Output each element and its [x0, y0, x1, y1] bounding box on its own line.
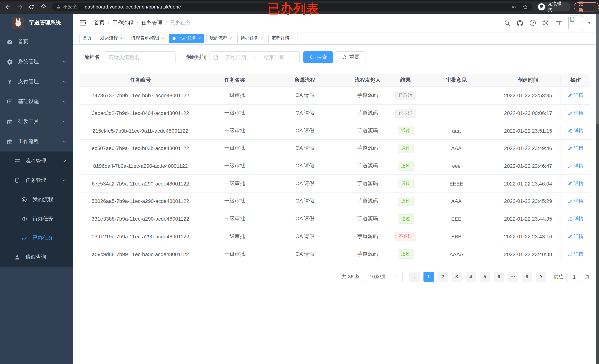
page-size-select[interactable]: 10条/页 — [365, 272, 403, 282]
tab-my-process[interactable]: 我的流程× — [206, 34, 235, 43]
detail-link[interactable]: 详情 — [568, 145, 583, 152]
close-icon[interactable]: × — [261, 36, 263, 40]
url-bar-actions — [512, 4, 528, 10]
browser-scrollbar[interactable] — [596, 14, 599, 364]
page-button-1[interactable]: 1 — [423, 272, 434, 282]
close-icon[interactable]: × — [120, 36, 123, 40]
yen-icon: ¥ — [7, 79, 13, 85]
page-button-5[interactable]: 5 — [480, 272, 490, 282]
tab-home[interactable]: 首页 — [79, 34, 95, 43]
cell-task-name: 一级审批 — [201, 215, 268, 222]
detail-link[interactable]: 详情 — [568, 110, 583, 116]
next-page-button[interactable] — [536, 272, 546, 282]
prev-page-button[interactable] — [409, 272, 420, 282]
detail-link[interactable]: 详情 — [568, 198, 583, 204]
caret-down-icon[interactable]: ▼ — [588, 21, 591, 25]
browser-nav-buttons — [0, 3, 47, 11]
sidebar-item-devtools[interactable]: 研发工具 — [0, 112, 73, 132]
github-icon[interactable] — [517, 20, 523, 26]
cell-created: 2022-01-22 23:45:29 — [495, 198, 561, 204]
cell-opinion: EEEE — [418, 181, 495, 186]
tab-done-tasks[interactable]: 已办任务× — [169, 34, 204, 43]
update-label[interactable]: 更新 — [579, 0, 588, 13]
star-icon[interactable] — [522, 4, 528, 10]
col-starter: 流程发起人 — [342, 77, 394, 83]
sidebar-item-leave-query[interactable]: 请假查询 — [0, 248, 73, 267]
page-button-2[interactable]: 2 — [438, 272, 448, 282]
sidebar-item-infra[interactable]: 基础设施 — [0, 92, 73, 112]
sidebar-item-process-mgmt[interactable]: 流程管理 — [0, 151, 73, 171]
browser-update-button[interactable]: 更新 ⋮ — [574, 2, 599, 11]
key-icon[interactable] — [512, 4, 517, 10]
cell-flow: OA 请假 — [268, 233, 342, 240]
detail-link[interactable]: 详情 — [568, 180, 583, 187]
sidebar-item-todo-tasks[interactable]: 待办任务 — [0, 209, 73, 228]
detail-link[interactable]: 详情 — [568, 92, 583, 99]
sidebar-collapse-icon[interactable] — [79, 19, 87, 27]
table-row: 74736737-7b9b-11ec-b5b7-acde48001122 一级审… — [79, 87, 590, 104]
help-icon[interactable]: ? — [529, 20, 536, 26]
breadcrumb-task-mgmt[interactable]: 任务管理 — [141, 20, 162, 26]
cell-task-id: ec507ae6-7b9a-11ec-b03b-acde48001122 — [79, 145, 201, 151]
search-button[interactable]: 搜索 — [303, 51, 333, 63]
cell-task-id: 74736737-7b9b-11ec-b5b7-acde48001122 — [79, 93, 201, 98]
detail-link[interactable]: 详情 — [568, 215, 583, 222]
reload-icon[interactable] — [27, 3, 35, 11]
sidebar-item-my-process[interactable]: 我的流程 — [0, 190, 73, 209]
sidebar-item-home[interactable]: 首页 — [0, 32, 73, 52]
date-separator: - — [252, 54, 258, 60]
page-button-3[interactable]: 3 — [452, 272, 462, 282]
sidebar-item-task-mgmt[interactable]: 任务管理 — [0, 171, 73, 190]
page-button-4[interactable]: 4 — [466, 272, 476, 282]
date-range-picker[interactable]: - — [210, 51, 300, 63]
close-icon[interactable]: × — [291, 36, 294, 40]
font-size-icon[interactable]: TT — [555, 20, 562, 26]
sidebar-item-system[interactable]: 系统管理 — [0, 52, 73, 72]
scrollbar-thumb[interactable] — [596, 14, 599, 124]
pen-icon — [568, 146, 573, 151]
close-icon[interactable]: × — [229, 36, 232, 40]
fullscreen-icon[interactable] — [542, 20, 549, 26]
back-icon[interactable] — [4, 3, 12, 11]
start-date-input[interactable] — [220, 54, 252, 60]
breadcrumb-home[interactable]: 首页 — [94, 20, 105, 26]
page-button-6[interactable]: 6 — [494, 272, 504, 282]
sidebar-logo-row[interactable]: 芋道管理系统 — [0, 14, 73, 32]
reset-button[interactable]: 重置 — [336, 51, 365, 63]
col-task-name: 任务名称 — [201, 77, 268, 83]
avatar[interactable] — [568, 16, 583, 30]
process-name-input[interactable] — [104, 51, 176, 63]
detail-link[interactable]: 详情 — [568, 233, 583, 240]
browser-menu-icon[interactable]: ⋮ — [591, 4, 595, 9]
sidebar-submenu-workflow: 流程管理 任务管理 我的流程 待办任务 已办 — [0, 151, 73, 267]
tab-todo-tasks[interactable]: 待办任务× — [237, 34, 266, 43]
tab-start-process[interactable]: 发起流程× — [97, 34, 126, 43]
cell-starter: 芋道源码 — [342, 233, 394, 240]
page-ellipsis[interactable]: ··· — [508, 272, 518, 282]
search-icon[interactable] — [504, 20, 510, 26]
page-button-9[interactable]: 9 — [522, 272, 532, 282]
goto-page-input[interactable] — [566, 272, 582, 282]
sidebar-item-done-tasks[interactable]: 已办任务 — [0, 228, 73, 248]
tab-process-detail[interactable]: 流程详情× — [268, 34, 298, 43]
home-icon[interactable] — [39, 3, 47, 11]
cell-opinion: AAA — [418, 198, 495, 204]
page-unit-label: 页 — [585, 274, 590, 280]
url-text[interactable]: dashboard.yudao.iocoder.cn/bpm/task/done — [85, 4, 181, 10]
detail-link[interactable]: 详情 — [568, 251, 583, 257]
sidebar-item-workflow[interactable]: 工作流程 — [0, 132, 73, 151]
end-date-input[interactable] — [258, 54, 290, 60]
forward-icon[interactable] — [16, 3, 24, 11]
breadcrumb-workflow[interactable]: 工作流程 — [113, 20, 133, 26]
detail-link[interactable]: 详情 — [568, 127, 583, 134]
sidebar-item-payment[interactable]: ¥ 支付管理 — [0, 72, 73, 92]
close-icon[interactable]: × — [161, 36, 164, 40]
close-icon[interactable]: × — [198, 36, 201, 40]
pagination-total: 共 86 条 — [342, 274, 360, 280]
detail-link[interactable]: 详情 — [568, 163, 583, 169]
status-badge: 通过 — [397, 214, 414, 223]
security-status[interactable]: 不安全 — [56, 4, 77, 10]
tab-form-edit[interactable]: 流程表单-编辑× — [128, 34, 167, 43]
table-row: 67c534a2-7b9a-11ec-a290-acde48001122 一级审… — [79, 175, 590, 193]
warning-icon — [56, 4, 61, 9]
